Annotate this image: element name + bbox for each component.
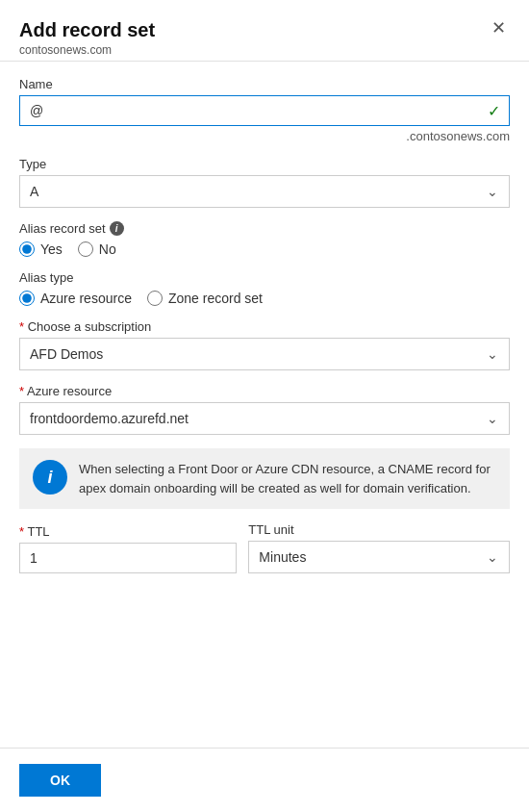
alias-yes-radio[interactable] xyxy=(19,241,35,257)
azure-resource-group: Azure resource frontdoordemo.azurefd.net… xyxy=(19,384,510,435)
name-field-group: Name ✓ .contosonews.com xyxy=(19,77,510,143)
alias-azure-radio[interactable] xyxy=(19,291,35,306)
ttl-unit-col: TTL unit Seconds Minutes Hours Days ⌄ xyxy=(248,522,510,587)
info-box-text: When selecting a Front Door or Azure CDN… xyxy=(79,460,496,497)
ttl-unit-label: TTL unit xyxy=(248,522,510,537)
name-label: Name xyxy=(19,77,510,91)
type-select[interactable]: A AAAA CNAME MX NS PTR SOA SRV TXT CAA xyxy=(19,175,510,208)
ttl-col: TTL xyxy=(19,524,237,587)
ttl-unit-select-wrapper: Seconds Minutes Hours Days ⌄ xyxy=(248,541,510,573)
alias-no-label: No xyxy=(99,241,116,257)
alias-yes-label: Yes xyxy=(40,241,63,257)
type-select-wrapper: A AAAA CNAME MX NS PTR SOA SRV TXT CAA ⌄ xyxy=(19,175,510,208)
name-input[interactable] xyxy=(19,95,510,126)
info-circle-icon: i xyxy=(33,460,67,495)
ttl-label: TTL xyxy=(19,524,237,539)
alias-type-group: Alias type Azure resource Zone record se… xyxy=(19,270,510,306)
subscription-select-wrapper: AFD Demos ⌄ xyxy=(19,338,510,370)
alias-yes-option[interactable]: Yes xyxy=(19,241,63,257)
domain-suffix: .contosonews.com xyxy=(19,129,510,143)
type-field-group: Type A AAAA CNAME MX NS PTR SOA SRV TXT … xyxy=(19,157,510,208)
dialog-title: Add record set xyxy=(19,19,155,41)
ttl-unit-group: TTL unit Seconds Minutes Hours Days ⌄ xyxy=(248,522,510,573)
ttl-input[interactable] xyxy=(19,543,237,573)
ttl-row: TTL TTL unit Seconds Minutes Hours Days … xyxy=(19,522,510,587)
ttl-group: TTL xyxy=(19,524,237,573)
name-check-icon: ✓ xyxy=(488,102,500,120)
alias-radio-group: Yes No xyxy=(19,241,510,257)
alias-zone-radio[interactable] xyxy=(147,291,163,306)
alias-record-set-group: Alias record set i Yes No xyxy=(19,221,510,257)
add-record-set-dialog: Add record set contosonews.com ✕ Name ✓ … xyxy=(0,0,529,812)
dialog-footer: OK xyxy=(0,748,529,812)
azure-resource-select[interactable]: frontdoordemo.azurefd.net xyxy=(19,402,510,435)
alias-type-radio-group: Azure resource Zone record set xyxy=(19,291,510,306)
dialog-body: Name ✓ .contosonews.com Type A AAAA CNAM… xyxy=(0,62,529,748)
alias-azure-label: Azure resource xyxy=(40,291,132,306)
close-button[interactable]: ✕ xyxy=(488,19,510,37)
dialog-title-block: Add record set contosonews.com xyxy=(19,19,155,57)
azure-resource-select-wrapper: frontdoordemo.azurefd.net ⌄ xyxy=(19,402,510,435)
alias-no-option[interactable]: No xyxy=(78,241,116,257)
alias-zone-option[interactable]: Zone record set xyxy=(147,291,263,306)
alias-label: Alias record set i xyxy=(19,221,510,236)
dialog-subtitle: contosonews.com xyxy=(19,43,155,57)
subscription-group: Choose a subscription AFD Demos ⌄ xyxy=(19,319,510,370)
azure-resource-label: Azure resource xyxy=(19,384,510,398)
alias-zone-label: Zone record set xyxy=(168,291,263,306)
alias-type-label: Alias type xyxy=(19,270,510,285)
info-box: i When selecting a Front Door or Azure C… xyxy=(19,448,510,509)
name-input-wrapper: ✓ xyxy=(19,95,510,126)
ok-button[interactable]: OK xyxy=(19,764,101,797)
alias-info-icon[interactable]: i xyxy=(110,221,124,236)
dialog-header: Add record set contosonews.com ✕ xyxy=(0,0,529,62)
ttl-unit-select[interactable]: Seconds Minutes Hours Days xyxy=(248,541,510,573)
alias-azure-option[interactable]: Azure resource xyxy=(19,291,132,306)
alias-no-radio[interactable] xyxy=(78,241,93,257)
subscription-label: Choose a subscription xyxy=(19,319,510,334)
type-label: Type xyxy=(19,157,510,171)
subscription-select[interactable]: AFD Demos xyxy=(19,338,510,370)
